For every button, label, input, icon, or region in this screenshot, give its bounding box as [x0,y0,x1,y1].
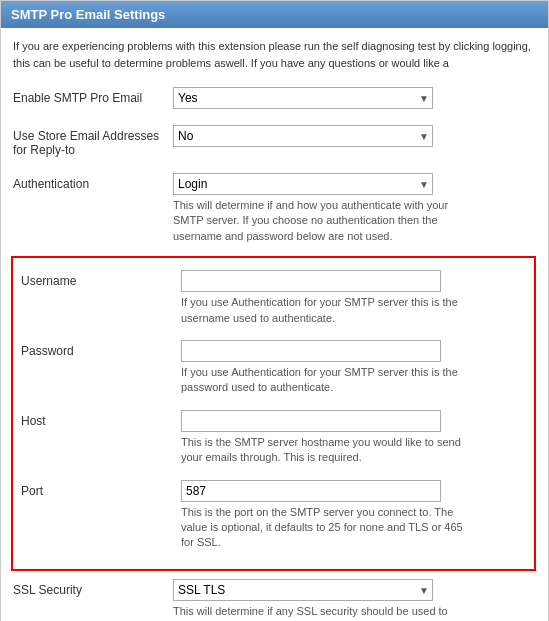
port-input[interactable] [181,480,441,502]
panel-body: If you are experiencing problems with th… [1,28,548,621]
panel-title-text: SMTP Pro Email Settings [11,7,165,22]
host-row: Host This is the SMTP server hostname yo… [21,406,526,470]
authentication-control: Login Plain None ▼ This will determine i… [173,173,536,244]
ssl-security-row: SSL Security SSL TLS TLS None ▼ This wil… [13,575,536,621]
ssl-security-control: SSL TLS TLS None ▼ This will determine i… [173,579,536,621]
use-store-email-label: Use Store Email Addresses for Reply-to [13,125,173,157]
enable-smtp-row: Enable SMTP Pro Email Yes No ▼ [13,83,536,113]
use-store-email-control: Yes No ▼ [173,125,536,147]
enable-smtp-select[interactable]: Yes No [173,87,433,109]
host-hint: This is the SMTP server hostname you wou… [181,435,471,466]
credentials-section: Username If you use Authentication for y… [11,256,536,571]
use-store-email-select-wrap: Yes No ▼ [173,125,433,147]
panel-title: SMTP Pro Email Settings [1,1,548,28]
port-row: Port This is the port on the SMTP server… [21,476,526,555]
enable-smtp-label: Enable SMTP Pro Email [13,87,173,105]
authentication-select-wrap: Login Plain None ▼ [173,173,433,195]
ssl-security-hint: This will determine if any SSL security … [173,604,463,621]
authentication-label: Authentication [13,173,173,191]
authentication-row: Authentication Login Plain None ▼ This w… [13,169,536,248]
password-label: Password [21,340,181,358]
authentication-hint: This will determine if and how you authe… [173,198,463,244]
intro-text: If you are experiencing problems with th… [13,38,536,71]
ssl-security-label: SSL Security [13,579,173,597]
password-row: Password If you use Authentication for y… [21,336,526,400]
ssl-security-select-wrap: SSL TLS TLS None ▼ [173,579,433,601]
authentication-select[interactable]: Login Plain None [173,173,433,195]
password-hint: If you use Authentication for your SMTP … [181,365,471,396]
password-control: If you use Authentication for your SMTP … [181,340,526,396]
host-input[interactable] [181,410,441,432]
port-control: This is the port on the SMTP server you … [181,480,526,551]
username-row: Username If you use Authentication for y… [21,266,526,330]
enable-smtp-select-wrap: Yes No ▼ [173,87,433,109]
username-input[interactable] [181,270,441,292]
port-hint: This is the port on the SMTP server you … [181,505,471,551]
password-input[interactable] [181,340,441,362]
enable-smtp-control: Yes No ▼ [173,87,536,109]
host-label: Host [21,410,181,428]
ssl-security-select[interactable]: SSL TLS TLS None [173,579,433,601]
host-control: This is the SMTP server hostname you wou… [181,410,526,466]
use-store-email-row: Use Store Email Addresses for Reply-to Y… [13,121,536,161]
username-control: If you use Authentication for your SMTP … [181,270,526,326]
port-label: Port [21,480,181,498]
username-label: Username [21,270,181,288]
use-store-email-select[interactable]: Yes No [173,125,433,147]
username-hint: If you use Authentication for your SMTP … [181,295,471,326]
smtp-settings-panel: SMTP Pro Email Settings If you are exper… [0,0,549,621]
